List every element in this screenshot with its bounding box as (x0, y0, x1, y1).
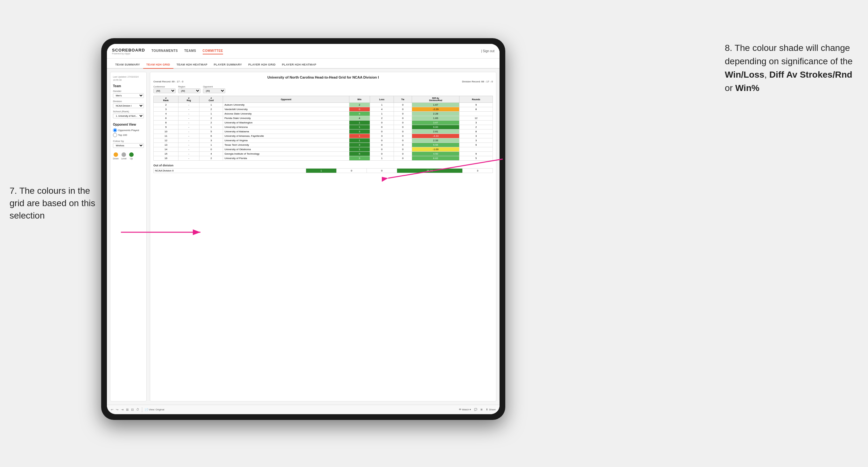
gender-label: Gender (113, 90, 144, 93)
td-reg: - (178, 129, 199, 134)
td-conf: 6 (199, 134, 223, 138)
td-conf: 1 (199, 112, 223, 116)
td-win: 1 (349, 138, 370, 143)
region-filter-label: Region (178, 86, 200, 88)
td-tie: 0 (394, 134, 412, 138)
conference-filter-select[interactable]: (All) (153, 88, 176, 93)
copy-icon[interactable]: ⊞ (126, 408, 128, 411)
td-tie: 0 (394, 125, 412, 129)
colour-by-label: Colour by (113, 139, 144, 143)
table-row: 14 - 0 University of Oklahoma 1 0 0 -1.0… (154, 147, 493, 152)
radio-opponents-played[interactable]: Opponents Played (113, 128, 144, 132)
td-diff: 4.50 (412, 152, 460, 156)
td-loss: 4 (370, 107, 394, 112)
td-conf: 2 (199, 107, 223, 112)
table-header-row: #Rank #Reg #Conf Opponent Win Loss Tie D… (154, 96, 493, 103)
ood-label: NCAA Division II (154, 168, 306, 173)
nav-item-teams[interactable]: TEAMS (184, 48, 196, 54)
subnav-team-summary[interactable]: TEAM SUMMARY (112, 61, 143, 69)
td-rounds: 3 (460, 138, 493, 143)
sign-out-link[interactable]: | Sign out (481, 49, 494, 53)
table-row: 12 - 3 University of Virginia 1 0 0 2.33… (154, 138, 493, 143)
region-filter-select[interactable]: (All) (178, 88, 200, 93)
radio-top100[interactable]: Top 100 (113, 133, 144, 137)
th-rank: #Rank (154, 96, 179, 103)
td-win: 4 (349, 116, 370, 121)
td-win: 3 (349, 129, 370, 134)
td-loss: 0 (370, 138, 394, 143)
team-section-title: Team (113, 84, 144, 88)
share-label[interactable]: ⬆ Share (486, 408, 496, 411)
colour-dot-down (114, 152, 118, 157)
colour-level: Level (121, 152, 127, 160)
td-loss: 0 (370, 125, 394, 129)
annotation-right-text: 8. The colour shade will change dependin… (725, 43, 853, 93)
nav-item-committee[interactable]: COMMITTEE (203, 48, 223, 54)
forward-icon[interactable]: ⇥ (121, 408, 123, 411)
subnav-player-summary[interactable]: PLAYER SUMMARY (211, 61, 245, 69)
toolbar-divider (142, 407, 142, 412)
td-reg: - (178, 147, 199, 152)
division-select[interactable]: NCAA Division I (113, 103, 144, 108)
table-row: 6 - 2 Florida State University 4 2 0 1.8… (154, 116, 493, 121)
td-rank: 13 (154, 143, 179, 147)
grid-view-icon[interactable]: ⊞ (480, 408, 483, 411)
nav-items: TOURNAMENTS TEAMS COMMITTEE (151, 48, 481, 54)
opponent-filter-select[interactable]: (All) (203, 88, 225, 93)
th-tie: Tie (394, 96, 412, 103)
annotation-right: 8. The colour shade will change dependin… (725, 41, 859, 95)
td-reg: - (178, 112, 199, 116)
annotation-bold-diff: Diff Av Strokes/Rnd (769, 70, 852, 80)
ood-diff: 26.00 (397, 168, 463, 173)
td-opponent: University of Oklahoma (223, 147, 349, 152)
comment-icon[interactable]: 💬 (474, 408, 477, 411)
subnav-team-h2h-grid[interactable]: TEAM H2H GRID (143, 61, 174, 69)
clock-icon[interactable]: ⏱ (136, 408, 140, 411)
td-tie: 0 (394, 138, 412, 143)
td-reg: - (178, 103, 199, 107)
subnav-player-h2h-heatmap[interactable]: PLAYER H2H HEATMAP (279, 61, 319, 69)
overall-record: Overall Record: 89 - 17 - 0 (153, 80, 183, 83)
nav-item-tournaments[interactable]: TOURNAMENTS (151, 48, 178, 54)
sidebar-timestamp: Last Updated: 27/03/2024 16:55:38 (113, 75, 144, 82)
td-opponent: Arizona State University (223, 112, 349, 116)
gender-select[interactable]: Men's (113, 93, 144, 98)
td-reg: - (178, 152, 199, 156)
td-tie: 0 (394, 116, 412, 121)
tablet-screen: SCOREBOARD Powered by clippd TOURNAMENTS… (107, 44, 500, 414)
top-nav: SCOREBOARD Powered by clippd TOURNAMENTS… (107, 44, 500, 59)
td-rank: 14 (154, 147, 179, 152)
grid-icon[interactable]: ⊟ (131, 408, 134, 411)
subnav-player-h2h-grid[interactable]: PLAYER H2H GRID (245, 61, 279, 69)
td-rank: 4 (154, 112, 179, 116)
td-opponent: University of Florida (223, 156, 349, 161)
td-opponent: University of Washington (223, 121, 349, 125)
td-rank: 3 (154, 107, 179, 112)
redo-icon[interactable]: ↪ (116, 408, 118, 411)
td-loss: 2 (370, 116, 394, 121)
td-opponent: University of Alabama (223, 129, 349, 134)
table-body: 2 - 1 Auburn University 2 1 0 1.67 9 3 -… (154, 103, 493, 161)
filter-group-conference: Conference (All) (153, 86, 176, 93)
watch-label[interactable]: 👁 Watch ▾ (459, 408, 471, 411)
colour-by-select[interactable]: Win/loss (113, 143, 144, 148)
td-tie: 0 (394, 129, 412, 134)
td-tie: 0 (394, 121, 412, 125)
undo-icon[interactable]: ↩ (111, 408, 113, 411)
table-row: 2 - 1 Auburn University 2 1 0 1.67 9 (154, 103, 493, 107)
td-rounds (460, 112, 493, 116)
td-reg: - (178, 134, 199, 138)
subnav-team-h2h-heatmap[interactable]: TEAM H2H HEATMAP (174, 61, 211, 69)
opponent-filter-label: Opponent (203, 86, 225, 88)
out-of-division-row: NCAA Division II 1 0 0 26.00 3 (154, 168, 493, 173)
school-label: School (Rank) (113, 110, 144, 113)
grid-title: University of North Carolina Head-to-Hea… (153, 75, 493, 79)
logo: SCOREBOARD Powered by clippd (112, 48, 145, 55)
annotation-left-text: 7. The colours in the grid are based on … (9, 186, 95, 220)
td-loss: 1 (370, 112, 394, 116)
td-rounds: 9 (460, 152, 493, 156)
td-diff: 1.83 (412, 116, 460, 121)
school-select[interactable]: 1. University of Nort... (113, 114, 144, 118)
td-win: 5 (349, 152, 370, 156)
td-conf: 1 (199, 143, 223, 147)
